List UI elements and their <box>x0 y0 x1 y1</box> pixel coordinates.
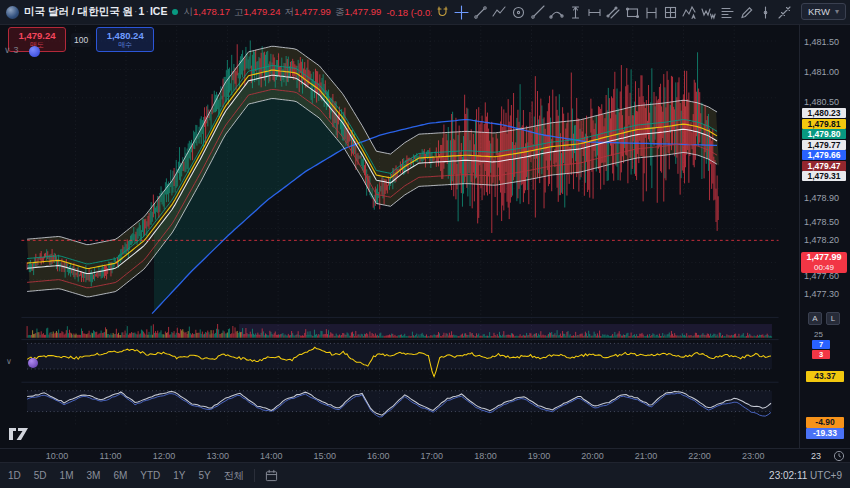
top-toolbar: 미국 달러 / 대한민국 원·1·ICE 시1,478.17고1,479.24저… <box>0 0 850 25</box>
pitchfork-icon[interactable] <box>776 4 792 20</box>
chart-area[interactable]: 1,479.24매도 100 1,480.24매수 ∨3 ∨ <box>0 24 800 448</box>
drawing-toolbar <box>434 0 792 24</box>
bar-countdown: 00:49 <box>801 263 847 273</box>
ohlc-value: 1,477.99 <box>294 6 331 17</box>
vertical-line-icon[interactable] <box>757 4 773 20</box>
chevron-down-icon: ∨ <box>6 357 12 366</box>
oscillator-pane-collapse[interactable]: ∨ <box>6 357 12 366</box>
chevron-down-icon: ∨ <box>4 45 11 55</box>
ray-icon[interactable] <box>529 4 545 20</box>
ohlc-value: 1,479.24 <box>243 6 280 17</box>
volume-scale-tick: 25 <box>814 330 823 339</box>
buy-button[interactable]: 1,480.24매수 <box>96 27 154 52</box>
measure-icon[interactable] <box>586 4 602 20</box>
range-button-1m[interactable]: 1M <box>60 470 74 481</box>
rectangle-icon[interactable] <box>624 4 640 20</box>
price-tick: 1,477.30 <box>800 289 848 299</box>
time-tick: 16:00 <box>363 451 393 461</box>
currency-dropdown[interactable]: KRW▾ <box>801 3 846 20</box>
price-tick: 1,480.50 <box>800 97 848 107</box>
time-tick: 17:00 <box>417 451 447 461</box>
range-button-1d[interactable]: 1D <box>8 470 21 481</box>
oscillator2-value-b: -19.33 <box>806 428 844 439</box>
tradingview-logo[interactable] <box>8 425 32 440</box>
magnet-icon[interactable] <box>434 4 450 20</box>
time-tick: 22:00 <box>685 451 715 461</box>
price-range-icon[interactable] <box>567 4 583 20</box>
ohlc-value: 1,478.17 <box>193 6 230 17</box>
range-button-3m[interactable]: 3M <box>87 470 101 481</box>
chevron-down-icon: ▾ <box>835 7 839 16</box>
log-scale-button[interactable]: L <box>826 312 840 325</box>
price-scale[interactable]: 1,477.99 00:49 AL 25 7 3 43.37 -4.90 -19… <box>799 24 850 448</box>
chart-canvas[interactable] <box>0 24 800 448</box>
range-button-5y[interactable]: 5Y <box>199 470 211 481</box>
circle-marker-icon[interactable] <box>510 4 526 20</box>
range-button-전체[interactable]: 전체 <box>224 469 244 483</box>
range-button-6m[interactable]: 6M <box>113 470 127 481</box>
elliott-wave-a-icon[interactable] <box>681 4 697 20</box>
ohlc-key: 저 <box>284 6 294 17</box>
trading-app: 미국 달러 / 대한민국 원·1·ICE 시1,478.17고1,479.24저… <box>0 0 850 488</box>
ma-value-label: 1,479.81 <box>802 119 846 129</box>
range-button-1y[interactable]: 1Y <box>173 470 185 481</box>
clock-icon[interactable] <box>833 450 845 462</box>
last-price-label: 1,477.99 00:49 <box>801 252 847 273</box>
horizontal-range-icon[interactable] <box>643 4 659 20</box>
time-tick: 23:00 <box>738 451 768 461</box>
symbol-header: 미국 달러 / 대한민국 원·1·ICE 시1,478.17고1,479.24저… <box>6 0 432 24</box>
ma-value-label: 1,479.31 <box>802 171 846 181</box>
time-tick: 12:00 <box>149 451 179 461</box>
ma-value-label: 1,479.80 <box>802 129 846 139</box>
divider <box>254 469 255 482</box>
oscillator1-value: 43.37 <box>806 371 844 382</box>
sell-count-badge: 3 <box>812 350 830 359</box>
ohlc-key: 고 <box>234 6 244 17</box>
oscillator2-value-a: -4.90 <box>806 417 844 428</box>
time-tick: 14:00 <box>256 451 286 461</box>
time-tick: 15:00 <box>310 451 340 461</box>
auto-scale-button[interactable]: A <box>808 312 822 325</box>
buy-count-badge: 7 <box>812 340 830 349</box>
date-range-switcher: 1D5D1M3M6MYTD1Y5Y전체 <box>8 469 244 483</box>
curve-icon[interactable] <box>548 4 564 20</box>
brush-icon[interactable] <box>738 4 754 20</box>
ohlc-key: 종 <box>335 6 345 17</box>
price-tick: 1,478.20 <box>800 235 848 245</box>
indicator-badge-icon-purple[interactable] <box>28 358 38 368</box>
crosshair-icon[interactable] <box>453 4 469 20</box>
elliott-wave-w-icon[interactable] <box>700 4 716 20</box>
go-to-date-icon[interactable] <box>265 469 278 482</box>
symbol-logo-icon <box>6 6 19 19</box>
ma-value-label: 1,480.23 <box>802 108 846 118</box>
price-tick: 1,481.00 <box>800 67 848 77</box>
ma-value-label: 1,479.66 <box>802 150 846 160</box>
ma-value-label: 1,479.47 <box>802 161 846 171</box>
time-tick: 21:00 <box>631 451 661 461</box>
time-tick: 10:00 <box>42 451 72 461</box>
volume-profile-icon[interactable] <box>719 4 735 20</box>
next-day-label: 23 <box>806 451 826 461</box>
time-tick: 11:00 <box>96 451 126 461</box>
grid-box-icon[interactable] <box>662 4 678 20</box>
ohlc-key: 시 <box>183 6 193 17</box>
ma-value-label: 1,479.77 <box>802 140 846 150</box>
zigzag-icon[interactable] <box>491 4 507 20</box>
main-pane-collapse[interactable]: ∨3 <box>4 45 19 55</box>
time-tick: 13:00 <box>203 451 233 461</box>
time-axis[interactable]: 23 10:0011:0012:0013:0014:0015:0016:0017… <box>0 448 850 463</box>
price-tick: 1,478.90 <box>800 193 848 203</box>
ohlc-value: 1,477.99 <box>344 6 381 17</box>
price-tick: 1,481.50 <box>800 37 848 47</box>
range-button-ytd[interactable]: YTD <box>140 470 160 481</box>
parallel-channel-icon[interactable] <box>605 4 621 20</box>
quantity-field[interactable]: 100 <box>71 33 91 47</box>
symbol-title[interactable]: 미국 달러 / 대한민국 원·1·ICE <box>24 5 167 19</box>
price-tick: 1,478.50 <box>800 217 848 227</box>
session-clock[interactable]: 23:02:11 UTC+9 <box>769 470 842 481</box>
indicator-badge-icon[interactable] <box>29 46 40 57</box>
trend-line-icon[interactable] <box>472 4 488 20</box>
range-button-5d[interactable]: 5D <box>34 470 47 481</box>
market-status-icon <box>172 9 178 15</box>
time-tick: 20:00 <box>578 451 608 461</box>
